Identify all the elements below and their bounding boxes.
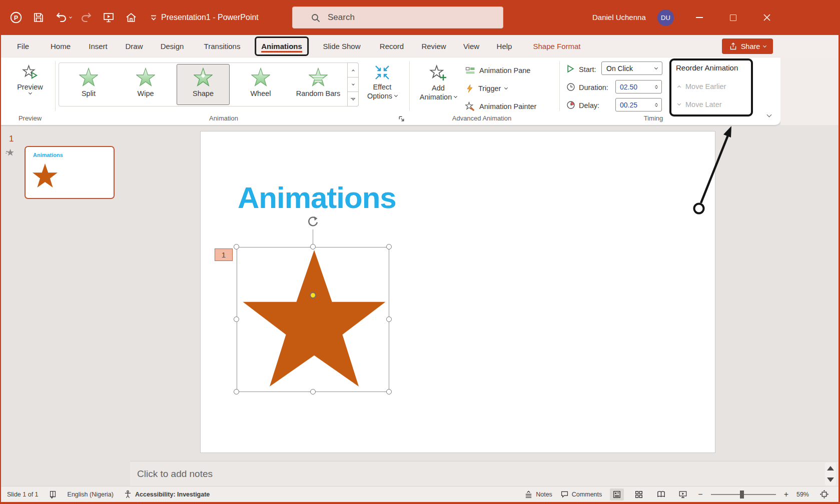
preview-chevron-icon[interactable] — [28, 91, 32, 94]
redo-icon[interactable] — [78, 10, 94, 26]
add-animation-button[interactable]: Add Animation — [418, 60, 458, 101]
effect-options-button[interactable]: Effect Options — [362, 60, 402, 100]
title-bar: P Presentation1 — [0, 0, 840, 35]
tab-slide-show[interactable]: Slide Show — [321, 35, 362, 58]
notes-toggle[interactable]: Notes — [524, 490, 552, 498]
chevron-down-icon — [352, 98, 355, 100]
zoom-out-button[interactable]: − — [698, 490, 702, 499]
gallery-item-label: Wheel — [250, 90, 271, 98]
gallery-item-random-bars[interactable]: Random Bars — [292, 64, 345, 105]
maximize-button[interactable] — [721, 0, 744, 35]
account-name[interactable]: Daniel Uchenna — [592, 0, 646, 35]
move-earlier-button[interactable]: Move Earlier — [678, 82, 726, 90]
slide-thumbnail[interactable]: Animations — [25, 146, 115, 199]
view-slideshow-button[interactable] — [676, 488, 690, 500]
gallery-item-split[interactable]: Split — [62, 64, 115, 105]
gallery-scroll-up-button[interactable] — [347, 62, 359, 78]
save-icon[interactable] — [31, 10, 47, 26]
undo-menu-chevron-icon[interactable] — [69, 16, 72, 18]
trigger-button[interactable]: Trigger — [465, 82, 507, 96]
comments-toggle[interactable]: Comments — [560, 490, 602, 498]
dialog-launcher-icon[interactable] — [398, 115, 406, 123]
undo-icon[interactable] — [53, 10, 69, 26]
start-slideshow-icon[interactable] — [101, 10, 117, 26]
animation-pane-button[interactable]: Animation Pane — [465, 64, 530, 78]
resize-handle-bottom-right[interactable] — [386, 389, 392, 394]
start-dropdown[interactable]: On Click — [601, 62, 662, 75]
gallery-item-wipe[interactable]: Wipe — [119, 64, 172, 105]
gallery-more-button[interactable] — [347, 92, 359, 106]
zoom-in-button[interactable]: + — [784, 490, 788, 499]
zoom-slider-thumb[interactable] — [740, 490, 744, 498]
rotation-handle-icon[interactable] — [306, 216, 320, 229]
resize-handle-top-middle[interactable] — [310, 244, 316, 250]
comments-toggle-label: Comments — [572, 491, 602, 498]
resize-handle-bottom-left[interactable] — [234, 389, 239, 394]
share-button[interactable]: Share — [722, 38, 773, 54]
slide-title[interactable]: Animations — [238, 180, 396, 215]
status-bar: Slide 1 of 1 English (Nigeria) Accessibi… — [0, 486, 840, 502]
delay-input[interactable]: 00.25 — [615, 98, 662, 112]
animation-painter-button[interactable]: Animation Painter — [465, 100, 536, 114]
app-logo[interactable]: P — [8, 10, 24, 26]
shape-adjust-handle[interactable] — [310, 292, 316, 298]
resize-handle-top-right[interactable] — [386, 244, 392, 250]
spellcheck-icon[interactable] — [49, 490, 58, 499]
view-slide-sorter-button[interactable] — [632, 488, 646, 500]
tab-insert[interactable]: Insert — [87, 35, 110, 58]
gallery-item-label: Wipe — [137, 90, 154, 98]
tab-home[interactable]: Home — [49, 35, 73, 58]
tab-review[interactable]: Review — [419, 35, 448, 58]
tab-file[interactable]: File — [15, 35, 31, 58]
group-separator — [409, 61, 410, 111]
minimize-button[interactable] — [688, 0, 711, 35]
star-shape[interactable] — [240, 247, 389, 390]
delay-spinners[interactable] — [655, 104, 657, 106]
slide-animation-indicator-icon[interactable] — [6, 148, 15, 157]
qat-customize-icon[interactable] — [146, 10, 162, 26]
gallery-item-label: Split — [82, 90, 96, 98]
share-chevron-icon[interactable] — [763, 44, 766, 47]
tab-draw[interactable]: Draw — [123, 35, 145, 58]
duration-input[interactable]: 02.50 — [615, 80, 662, 94]
accessibility-label: Accessibility: Investigate — [135, 491, 210, 498]
move-later-button[interactable]: Move Later — [678, 100, 722, 108]
collapse-ribbon-button[interactable] — [764, 112, 773, 119]
next-slide-icon[interactable] — [827, 478, 834, 482]
animation-number-badge[interactable]: 1 — [215, 248, 233, 261]
gallery-item-wheel[interactable]: Wheel — [234, 64, 287, 105]
close-button[interactable] — [755, 0, 778, 35]
resize-handle-top-left[interactable] — [234, 244, 239, 250]
tab-transitions[interactable]: Transitions — [202, 35, 243, 58]
thumbnail-star-shape — [32, 162, 58, 189]
home-icon[interactable] — [123, 10, 139, 26]
duration-spinners[interactable] — [655, 86, 657, 88]
status-left: Slide 1 of 1 English (Nigeria) Accessibi… — [7, 490, 210, 499]
tab-shape-format[interactable]: Shape Format — [531, 35, 582, 58]
tab-help[interactable]: Help — [495, 35, 514, 58]
tab-view[interactable]: View — [461, 35, 481, 58]
resize-handle-bottom-middle[interactable] — [310, 389, 316, 394]
fit-to-window-button[interactable] — [817, 488, 831, 500]
gallery-item-shape-selected[interactable]: Shape — [177, 64, 230, 105]
notes-pane[interactable]: Click to add notes — [130, 461, 838, 486]
resize-handle-middle-left[interactable] — [234, 316, 239, 322]
previous-slide-icon[interactable] — [827, 466, 834, 470]
slide-canvas[interactable]: Animations 1 — [200, 131, 715, 453]
notes-placeholder[interactable]: Click to add notes — [137, 468, 213, 480]
zoom-slider[interactable] — [711, 494, 776, 495]
gallery-scroll-down-button[interactable] — [347, 77, 359, 92]
search-box[interactable] — [292, 6, 503, 28]
tab-animations[interactable]: Animations — [255, 36, 309, 56]
view-normal-button[interactable] — [610, 488, 624, 500]
tab-record[interactable]: Record — [378, 35, 406, 58]
language-status[interactable]: English (Nigeria) — [68, 491, 114, 498]
zoom-level[interactable]: 59% — [796, 491, 809, 498]
view-reading-button[interactable] — [654, 488, 668, 500]
avatar[interactable]: DU — [657, 10, 674, 26]
search-input[interactable] — [328, 12, 478, 22]
resize-handle-middle-right[interactable] — [386, 316, 392, 322]
preview-button[interactable]: Preview — [9, 60, 51, 94]
accessibility-status[interactable]: Accessibility: Investigate — [124, 490, 210, 498]
tab-design[interactable]: Design — [159, 35, 186, 58]
